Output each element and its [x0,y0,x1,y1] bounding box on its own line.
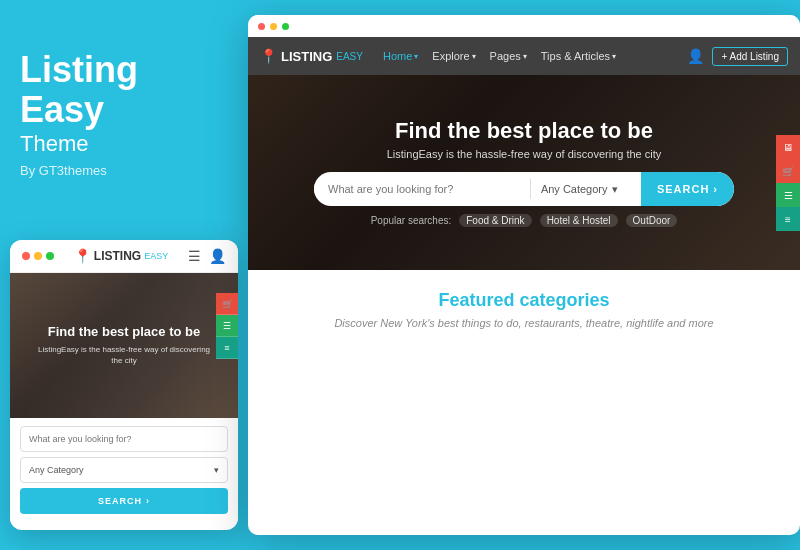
mobile-hero: Find the best place to be ListingEasy is… [10,273,238,418]
popular-label: Popular searches: [371,215,452,226]
mobile-logo-easy: EASY [144,251,168,261]
brand-theme: Theme [20,131,228,157]
mobile-hero-content: Find the best place to be ListingEasy is… [28,324,220,366]
desktop-search-input[interactable] [314,183,530,195]
mobile-hero-subtitle: ListingEasy is the hassle-free way of di… [38,344,210,366]
mobile-window-dots [22,252,54,260]
nav-home-chevron-icon: ▾ [414,52,418,61]
desktop-category-chevron-icon: ▾ [612,183,618,196]
desktop-hero: Find the best place to be ListingEasy is… [248,75,800,270]
desktop-mockup: 📍 LISTING EASY Home ▾ Explore ▾ Pages ▾ … [248,15,800,535]
mobile-hero-title: Find the best place to be [38,324,210,341]
mobile-search-button[interactable]: SEARCH › [20,488,228,514]
mobile-logo-pin-icon: 📍 [74,248,91,264]
mobile-nav-icons: ☰ 👤 [188,248,226,264]
desktop-logo-easy: EASY [336,51,363,62]
desktop-search-bar: Any Category ▾ SEARCH › [314,172,734,206]
desktop-add-listing-button[interactable]: + Add Listing [712,47,788,66]
desktop-window-bar [248,15,800,37]
desktop-badge-cart-icon: 🛒 [776,159,800,183]
desktop-category-select[interactable]: Any Category ▾ [531,183,641,196]
mobile-dot-yellow [34,252,42,260]
popular-tag-outdoor[interactable]: OutDoor [626,214,678,227]
brand-by: By GT3themes [20,163,228,178]
desktop-hero-title: Find the best place to be [268,118,780,144]
desktop-logo-listing: LISTING [281,49,332,64]
mobile-logo: 📍 LISTING EASY [74,248,168,264]
desktop-dot-red [258,23,265,30]
mobile-search-label: SEARCH [98,496,142,506]
mobile-dot-green [46,252,54,260]
mobile-badge-teal: ≡ [216,337,238,359]
mobile-top-bar: 📍 LISTING EASY ☰ 👤 [10,240,238,273]
mobile-chevron-icon: ▾ [214,465,219,475]
mobile-logo-listing: LISTING [94,249,141,263]
mobile-mockup: 📍 LISTING EASY ☰ 👤 Find the best place t… [10,240,238,530]
desktop-nav-links: Home ▾ Explore ▾ Pages ▾ Tips & Articles… [383,50,687,62]
brand-name: Listing Easy Theme By GT3themes [20,50,228,178]
desktop-user-icon[interactable]: 👤 [687,48,704,64]
desktop-search-button[interactable]: SEARCH › [641,172,734,206]
desktop-featured-section: Featured categories Discover New York's … [248,270,800,349]
desktop-dot-green [282,23,289,30]
desktop-nav-logo: 📍 LISTING EASY [260,48,363,64]
mobile-badge-cart: 🛒 [216,293,238,315]
desktop-side-badges: 🖥 🛒 ☰ ≡ [776,135,800,231]
nav-link-tips[interactable]: Tips & Articles ▾ [541,50,616,62]
mobile-category-select[interactable]: Any Category ▾ [20,457,228,483]
popular-tag-food[interactable]: Food & Drink [459,214,531,227]
brand-listing: Listing Easy [20,49,138,130]
desktop-hero-content: Find the best place to be ListingEasy is… [248,118,800,227]
mobile-search-input[interactable] [20,426,228,452]
nav-link-pages[interactable]: Pages ▾ [490,50,527,62]
left-panel: Listing Easy Theme By GT3themes 📍 LISTIN… [0,0,248,550]
nav-tips-chevron-icon: ▾ [612,52,616,61]
nav-pages-chevron-icon: ▾ [523,52,527,61]
desktop-search-label: SEARCH [657,183,709,195]
mobile-user-icon[interactable]: 👤 [209,248,226,264]
nav-link-home[interactable]: Home ▾ [383,50,418,62]
desktop-dot-yellow [270,23,277,30]
desktop-logo-pin-icon: 📍 [260,48,277,64]
desktop-hero-subtitle: ListingEasy is the hassle-free way of di… [268,148,780,160]
desktop-search-arrow-icon: › [713,183,718,195]
popular-searches: Popular searches: Food & Drink Hotel & H… [268,214,780,227]
mobile-search-arrow-icon: › [146,496,150,506]
mobile-search-section: Any Category ▾ SEARCH › [10,418,238,522]
desktop-badge-monitor-icon: 🖥 [776,135,800,159]
desktop-nav-right: 👤 + Add Listing [687,47,788,66]
featured-subtitle: Discover New York's best things to do, r… [268,317,780,329]
featured-title: Featured categories [268,290,780,311]
mobile-side-badges: 🛒 ☰ ≡ [216,293,238,359]
mobile-dot-red [22,252,30,260]
popular-tag-hotel[interactable]: Hotel & Hostel [540,214,618,227]
nav-link-explore[interactable]: Explore ▾ [432,50,475,62]
nav-explore-chevron-icon: ▾ [472,52,476,61]
desktop-navbar: 📍 LISTING EASY Home ▾ Explore ▾ Pages ▾ … [248,37,800,75]
mobile-badge-green: ☰ [216,315,238,337]
desktop-badge-green-icon: ☰ [776,183,800,207]
desktop-badge-teal-icon: ≡ [776,207,800,231]
mobile-hamburger-icon[interactable]: ☰ [188,248,201,264]
